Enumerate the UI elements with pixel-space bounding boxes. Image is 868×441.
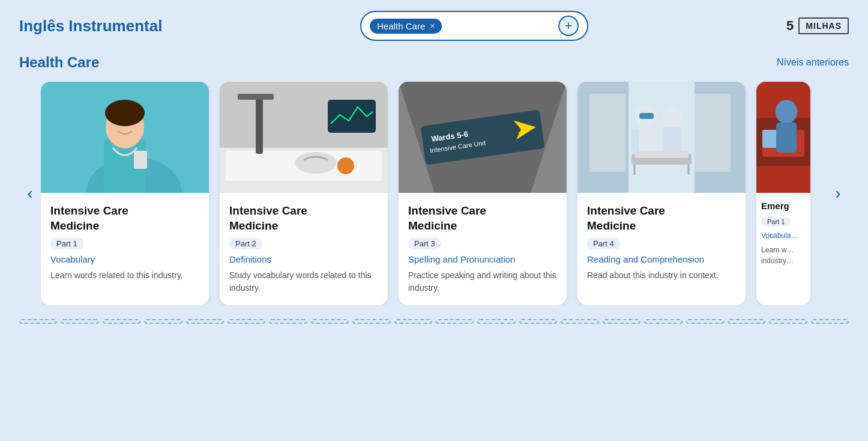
card-5-desc: Learn w…industry… (761, 245, 806, 266)
progress-seg-19 (769, 319, 807, 324)
add-button[interactable]: + (558, 16, 579, 36)
close-icon[interactable]: × (430, 21, 435, 31)
prev-arrow[interactable]: ‹ (19, 82, 41, 305)
card-1-title: Intensive CareMedicine (50, 204, 199, 233)
card-4-image (577, 82, 746, 193)
progress-seg-13 (519, 319, 557, 324)
svg-rect-29 (631, 130, 639, 154)
progress-seg-17 (686, 319, 724, 324)
progress-seg-6 (228, 319, 265, 324)
card-1-body: Intensive CareMedicine Part 1 Vocabulary… (41, 193, 209, 305)
section-header: Health Care Níveis anteriores (19, 54, 849, 71)
svg-rect-25 (695, 94, 731, 172)
card-5-body: Emerg Part 1 Vocabula… Learn w…industry… (756, 193, 810, 305)
card-1-image (41, 82, 209, 193)
card-2-skill[interactable]: Definitions (229, 254, 378, 264)
niveis-anteriores-link[interactable]: Níveis anteriores (777, 57, 849, 68)
progress-seg-11 (436, 319, 474, 324)
card-1-skill[interactable]: Vocabulary (50, 254, 199, 264)
card-4-title: Intensive CareMedicine (587, 204, 736, 233)
milhas-badge: 5 MILHAS (786, 17, 849, 34)
card-5-skill[interactable]: Vocabula… (761, 231, 806, 240)
progress-seg-7 (269, 319, 307, 324)
milhas-number: 5 (786, 18, 794, 34)
progress-seg-20 (811, 319, 849, 324)
svg-rect-5 (134, 151, 147, 169)
app-title: Inglês Instrumental (19, 17, 162, 35)
card-2-body: Intensive CareMedicine Part 2 Definition… (220, 193, 388, 305)
progress-seg-14 (561, 319, 598, 324)
svg-rect-10 (238, 94, 274, 100)
card-1-part: Part 1 (50, 238, 83, 249)
card-1[interactable]: Intensive CareMedicine Part 1 Vocabulary… (41, 82, 209, 305)
card-4-skill[interactable]: Reading and Comprehension (587, 254, 736, 264)
card-2[interactable]: Intensive CareMedicine Part 2 Definition… (220, 82, 388, 305)
svg-point-11 (295, 152, 337, 174)
progress-seg-8 (311, 319, 349, 324)
health-care-section: Health Care Níveis anteriores ‹ (0, 48, 868, 305)
svg-point-13 (337, 157, 354, 174)
card-4[interactable]: Intensive CareMedicine Part 4 Reading an… (577, 82, 746, 305)
card-4-desc: Read about this industry in context. (587, 269, 736, 282)
progress-seg-18 (728, 319, 765, 324)
svg-rect-35 (634, 151, 689, 158)
card-4-part: Part 4 (587, 238, 620, 249)
tag-chip: Health Care × (370, 19, 442, 34)
card-3-image: Wards 5-6 Intensive Care Unit → (399, 82, 567, 193)
card-5-image (756, 82, 810, 193)
card-5-partial[interactable]: Emerg Part 1 Vocabula… Learn w…industry… (756, 82, 810, 305)
milhas-label: MILHAS (798, 17, 849, 34)
card-2-part: Part 2 (229, 238, 262, 249)
card-3-title: Intensive CareMedicine (408, 204, 557, 233)
card-2-title: Intensive CareMedicine (229, 204, 378, 233)
card-3-desc: Practice speaking and writing about this… (408, 269, 557, 294)
svg-text:→: → (514, 122, 531, 140)
svg-point-42 (776, 100, 797, 124)
progress-seg-9 (352, 319, 390, 324)
svg-rect-31 (639, 113, 654, 119)
svg-rect-9 (256, 94, 263, 154)
card-2-image (220, 82, 388, 193)
card-5-part: Part 1 (761, 217, 791, 227)
card-1-desc: Learn words related to this industry. (50, 269, 199, 282)
svg-rect-26 (589, 94, 625, 172)
progress-bar-row (19, 318, 849, 324)
progress-seg-2 (61, 319, 98, 324)
svg-rect-43 (776, 123, 797, 153)
cards-container: ‹ (19, 82, 849, 305)
card-2-desc: Study vocabulary words related to this i… (229, 269, 378, 294)
progress-seg-3 (103, 319, 140, 324)
progress-seg-16 (644, 319, 682, 324)
progress-seg-4 (144, 319, 182, 324)
card-3-body: Intensive CareMedicine Part 3 Spelling a… (399, 193, 567, 305)
search-bar: Health Care × + (360, 11, 588, 41)
card-5-title: Emerg (761, 200, 806, 212)
header: Inglês Instrumental Health Care × + 5 MI… (0, 0, 868, 48)
svg-point-4 (105, 100, 145, 126)
progress-seg-12 (477, 319, 515, 324)
progress-seg-10 (394, 319, 432, 324)
progress-seg-15 (603, 319, 640, 324)
progress-seg-1 (19, 319, 57, 324)
card-3-skill[interactable]: Spelling and Pronunciation (408, 254, 557, 264)
tag-label: Health Care (377, 21, 425, 31)
section-title: Health Care (19, 54, 99, 71)
card-4-body: Intensive CareMedicine Part 4 Reading an… (577, 193, 746, 305)
card-3-part: Part 3 (408, 238, 441, 249)
card-3[interactable]: Wards 5-6 Intensive Care Unit → Intensiv… (399, 82, 567, 305)
next-arrow[interactable]: › (827, 82, 849, 305)
cards-scroll: Intensive CareMedicine Part 1 Vocabulary… (41, 82, 827, 305)
progress-seg-5 (186, 319, 224, 324)
svg-point-32 (663, 107, 682, 129)
